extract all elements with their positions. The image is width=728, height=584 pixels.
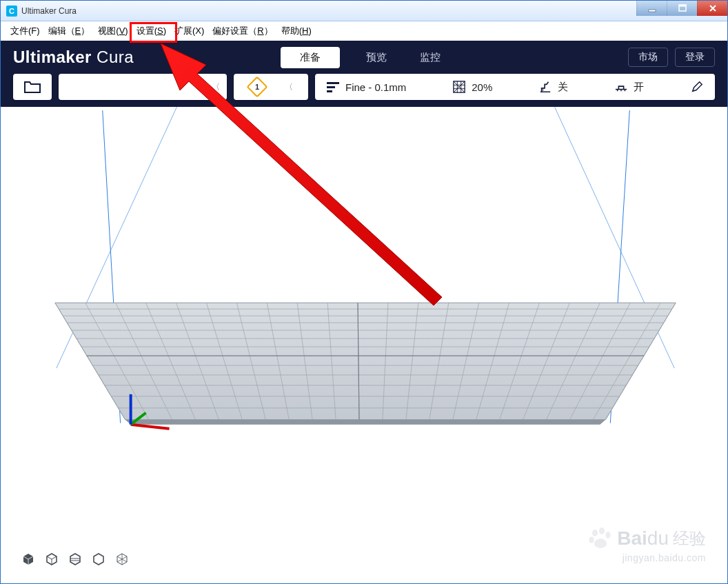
layers-icon (326, 81, 340, 93)
pencil-icon (690, 81, 704, 93)
maximize-button[interactable] (667, 1, 697, 16)
svg-marker-17 (55, 303, 676, 420)
edit-settings-button[interactable] (690, 81, 704, 93)
brand-part2: Cura (92, 48, 134, 66)
view-xray-icon[interactable] (44, 551, 59, 566)
window-titlebar: C Ultimaker Cura (1, 1, 727, 21)
svg-marker-54 (125, 420, 606, 425)
view-wireframe-icon[interactable] (114, 551, 130, 566)
adhesion-label: 开 (634, 81, 644, 94)
build-volume (1, 107, 727, 583)
app-icon: C (6, 6, 17, 17)
svg-point-7 (543, 90, 544, 91)
svg-rect-5 (327, 90, 332, 92)
view-layers-icon[interactable] (68, 551, 83, 566)
support-label: 关 (558, 81, 568, 94)
view-front-icon[interactable] (91, 551, 106, 566)
svg-rect-3 (327, 82, 339, 84)
infill-group: 20% (452, 81, 492, 93)
brand-part1: Ultimaker (13, 48, 92, 66)
window-controls (636, 1, 727, 16)
adhesion-group: 开 (614, 81, 644, 94)
printer-selector[interactable]: 〈 (59, 74, 227, 100)
app-header: Ultimaker Cura 准备 预览 监控 市场 登录 (1, 41, 727, 74)
window-title: Ultimaker Cura (21, 6, 77, 16)
signin-button[interactable]: 登录 (675, 48, 715, 67)
menu-edit[interactable]: 编辑（E） (44, 23, 94, 39)
brand-logo: Ultimaker Cura (13, 48, 134, 67)
open-file-button[interactable] (13, 74, 52, 100)
profile-group: Fine - 0.1mm (326, 81, 406, 93)
support-icon (538, 81, 552, 93)
svg-rect-0 (649, 10, 656, 12)
close-button[interactable] (697, 1, 727, 16)
x-axis-indicator (131, 425, 170, 429)
menu-preferences[interactable]: 偏好设置（R） (208, 23, 276, 39)
stage-tabs: 准备 预览 监控 (281, 47, 447, 68)
tab-monitor[interactable]: 监控 (413, 47, 447, 68)
chevron-left-icon: 〈 (212, 81, 220, 93)
view-solid-icon[interactable] (21, 551, 36, 566)
adhesion-icon (614, 81, 628, 93)
chevron-left-icon: 〈 (285, 81, 293, 93)
print-settings-panel[interactable]: Fine - 0.1mm 20% 关 开 (315, 74, 715, 100)
infill-label: 20% (472, 81, 492, 93)
settings-bar: 〈 1 〈 Fine - 0.1mm 20% 关 开 (1, 74, 727, 107)
folder-icon (24, 80, 41, 94)
menu-settings[interactable]: 设置(S) (132, 23, 170, 39)
menu-view[interactable]: 视图(V) (94, 23, 132, 39)
viewport-3d[interactable]: Baidu 经验 jingyan.baidu.com (1, 107, 727, 583)
menu-file[interactable]: 文件(F) (6, 23, 44, 39)
menu-help[interactable]: 帮助(H) (277, 23, 316, 39)
minimize-button[interactable] (636, 1, 667, 16)
view-mode-icons (21, 551, 130, 566)
support-group: 关 (538, 81, 568, 94)
svg-rect-2 (679, 5, 686, 7)
extruder-badge: 1 (246, 76, 267, 97)
header-right: 市场 登录 (628, 48, 715, 67)
menubar: 文件(F) 编辑（E） 视图(V) 设置(S) 扩展(X) 偏好设置（R） 帮助… (1, 21, 727, 41)
tab-preview[interactable]: 预览 (359, 47, 394, 68)
menu-extensions[interactable]: 扩展(X) (170, 23, 208, 39)
svg-rect-4 (327, 86, 335, 88)
infill-icon (452, 81, 466, 93)
profile-label: Fine - 0.1mm (345, 81, 406, 93)
marketplace-button[interactable]: 市场 (628, 48, 668, 67)
extruder-selector[interactable]: 1 〈 (234, 74, 308, 100)
tab-prepare[interactable]: 准备 (281, 47, 340, 68)
